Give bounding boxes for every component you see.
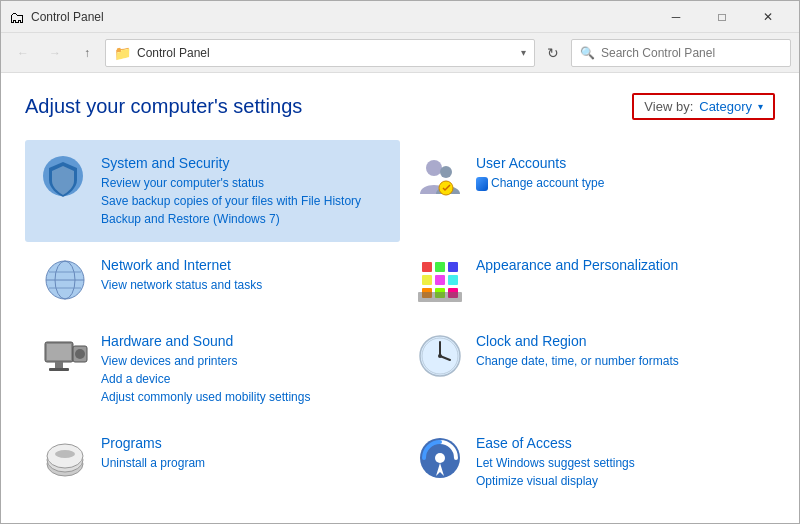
page-title: Adjust your computer's settings (25, 95, 302, 118)
ease-of-access-link-2[interactable]: Optimize visual display (476, 472, 759, 490)
item-programs[interactable]: Programs Uninstall a program (25, 420, 400, 504)
address-icon: 📁 (114, 45, 131, 61)
system-security-link-1[interactable]: Review your computer's status (101, 174, 384, 192)
svg-point-2 (440, 166, 452, 178)
window-icon: 🗂 (9, 9, 25, 25)
system-security-content: System and Security Review your computer… (101, 154, 384, 228)
item-hardware-sound[interactable]: Hardware and Sound View devices and prin… (25, 318, 400, 420)
back-button[interactable]: ← (9, 39, 37, 67)
svg-rect-13 (435, 275, 445, 285)
system-security-icon (41, 154, 89, 202)
user-accounts-links: Change account type (476, 174, 759, 192)
clock-region-icon (416, 332, 464, 380)
svg-rect-9 (422, 262, 432, 272)
user-accounts-title[interactable]: User Accounts (476, 155, 566, 171)
network-internet-title[interactable]: Network and Internet (101, 257, 231, 273)
address-bar: ← → ↑ 📁 Control Panel ▾ ↻ 🔍 (1, 33, 799, 73)
item-ease-of-access[interactable]: Ease of Access Let Windows suggest setti… (400, 420, 775, 504)
programs-link-1[interactable]: Uninstall a program (101, 454, 384, 472)
content-header: Adjust your computer's settings View by:… (25, 93, 775, 120)
network-internet-icon (41, 256, 89, 304)
up-button[interactable]: ↑ (73, 39, 101, 67)
system-security-title[interactable]: System and Security (101, 155, 229, 171)
item-system-security[interactable]: System and Security Review your computer… (25, 140, 400, 242)
address-field[interactable]: 📁 Control Panel ▾ (105, 39, 535, 67)
network-internet-content: Network and Internet View network status… (101, 256, 384, 294)
clock-region-links: Change date, time, or number formats (476, 352, 759, 370)
programs-content: Programs Uninstall a program (101, 434, 384, 472)
view-by-label: View by: (644, 99, 693, 114)
svg-rect-11 (448, 262, 458, 272)
appearance-icon (416, 256, 464, 304)
main-content: Adjust your computer's settings View by:… (1, 73, 799, 523)
clock-region-content: Clock and Region Change date, time, or n… (476, 332, 759, 370)
user-accounts-icon (416, 154, 464, 202)
maximize-button[interactable]: □ (699, 1, 745, 33)
svg-rect-24 (49, 368, 69, 371)
view-by-control[interactable]: View by: Category ▾ (632, 93, 775, 120)
programs-links: Uninstall a program (101, 454, 384, 472)
view-by-value: Category (699, 99, 752, 114)
system-security-link-2[interactable]: Save backup copies of your files with Fi… (101, 192, 384, 210)
hardware-sound-links: View devices and printers Add a device A… (101, 352, 384, 406)
item-network-internet[interactable]: Network and Internet View network status… (25, 242, 400, 318)
network-internet-links: View network status and tasks (101, 276, 384, 294)
window: 🗂 Control Panel ─ □ ✕ ← → ↑ 📁 Control Pa… (0, 0, 800, 524)
item-appearance[interactable]: Appearance and Personalization (400, 242, 775, 318)
window-title: Control Panel (31, 10, 104, 24)
clock-region-link-1[interactable]: Change date, time, or number formats (476, 352, 759, 370)
search-input[interactable] (601, 46, 782, 60)
programs-title[interactable]: Programs (101, 435, 162, 451)
ease-of-access-icon (416, 434, 464, 482)
svg-point-33 (55, 450, 75, 458)
hardware-sound-icon (41, 332, 89, 380)
clock-region-title[interactable]: Clock and Region (476, 333, 587, 349)
address-text: Control Panel (137, 46, 515, 60)
svg-rect-20 (47, 344, 71, 360)
title-bar-left: 🗂 Control Panel (9, 9, 104, 25)
title-bar: 🗂 Control Panel ─ □ ✕ (1, 1, 799, 33)
svg-point-22 (75, 349, 85, 359)
minimize-button[interactable]: ─ (653, 1, 699, 33)
items-grid: System and Security Review your computer… (25, 140, 775, 504)
shield-icon (476, 177, 488, 191)
item-user-accounts[interactable]: User Accounts Change account type (400, 140, 775, 242)
title-bar-controls: ─ □ ✕ (653, 1, 791, 33)
network-internet-link-1[interactable]: View network status and tasks (101, 276, 384, 294)
item-clock-region[interactable]: Clock and Region Change date, time, or n… (400, 318, 775, 420)
close-button[interactable]: ✕ (745, 1, 791, 33)
appearance-content: Appearance and Personalization (476, 256, 759, 274)
hardware-sound-link-2[interactable]: Add a device (101, 370, 384, 388)
ease-of-access-title[interactable]: Ease of Access (476, 435, 572, 451)
appearance-title[interactable]: Appearance and Personalization (476, 257, 678, 273)
svg-rect-18 (418, 292, 462, 302)
address-dropdown-icon[interactable]: ▾ (521, 47, 526, 58)
hardware-sound-title[interactable]: Hardware and Sound (101, 333, 233, 349)
user-accounts-content: User Accounts Change account type (476, 154, 759, 192)
user-accounts-link-1[interactable]: Change account type (476, 174, 759, 192)
search-field[interactable]: 🔍 (571, 39, 791, 67)
svg-point-1 (426, 160, 442, 176)
hardware-sound-link-1[interactable]: View devices and printers (101, 352, 384, 370)
search-icon: 🔍 (580, 46, 595, 60)
ease-of-access-links: Let Windows suggest settings Optimize vi… (476, 454, 759, 490)
system-security-links: Review your computer's status Save backu… (101, 174, 384, 228)
svg-point-35 (435, 453, 445, 463)
svg-rect-10 (435, 262, 445, 272)
view-by-arrow-icon: ▾ (758, 101, 763, 112)
svg-rect-23 (55, 362, 63, 368)
ease-of-access-content: Ease of Access Let Windows suggest setti… (476, 434, 759, 490)
forward-button[interactable]: → (41, 39, 69, 67)
refresh-button[interactable]: ↻ (539, 39, 567, 67)
hardware-sound-link-3[interactable]: Adjust commonly used mobility settings (101, 388, 384, 406)
system-security-link-3[interactable]: Backup and Restore (Windows 7) (101, 210, 384, 228)
svg-rect-14 (448, 275, 458, 285)
programs-icon (41, 434, 89, 482)
svg-rect-12 (422, 275, 432, 285)
hardware-sound-content: Hardware and Sound View devices and prin… (101, 332, 384, 406)
svg-point-29 (438, 354, 442, 358)
ease-of-access-link-1[interactable]: Let Windows suggest settings (476, 454, 759, 472)
